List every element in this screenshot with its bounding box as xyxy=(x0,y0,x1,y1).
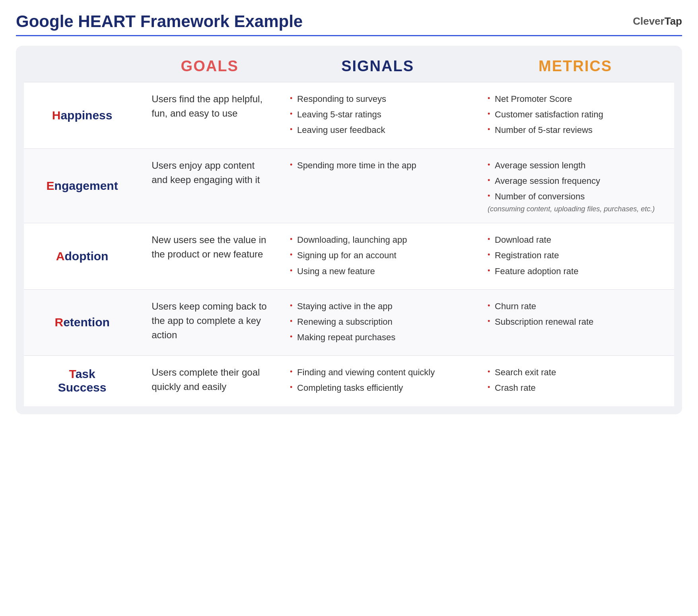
metric-item: Average session length xyxy=(488,158,663,172)
row-label-first-letter: H xyxy=(52,109,61,122)
goal-text: Users keep coming back to the app to com… xyxy=(152,299,268,342)
metric-item: Customer satisfaction rating xyxy=(488,107,663,121)
signals-list: Staying active in the appRenewing a subs… xyxy=(290,299,465,345)
metric-item: Crash rate xyxy=(488,381,663,395)
metrics-list: Churn rateSubscription renewal rate xyxy=(488,299,663,329)
row-label-cell: Engagement xyxy=(24,148,140,223)
row-goal-cell: Users complete their goal quickly and ea… xyxy=(140,355,279,406)
signal-item: Downloading, launching app xyxy=(290,233,465,247)
table-row: RetentionUsers keep coming back to the a… xyxy=(24,289,674,356)
row-signals-cell: Staying active in the appRenewing a subs… xyxy=(279,289,476,356)
signal-item: Finding and viewing content quickly xyxy=(290,365,465,379)
row-label-cell: Retention xyxy=(24,289,140,356)
metric-item: Churn rate xyxy=(488,299,663,313)
row-label-cell: TaskSuccess xyxy=(24,355,140,406)
page-title: Google HEART Framework Example xyxy=(16,12,303,31)
row-metrics-cell: Download rateRegistration rateFeature ad… xyxy=(476,223,674,289)
metric-item: Feature adoption rate xyxy=(488,264,663,278)
table-row: AdoptionNew users see the value in the p… xyxy=(24,223,674,289)
signal-item: Completing tasks efficiently xyxy=(290,381,465,395)
signal-item: Renewing a subscription xyxy=(290,315,465,329)
row-label-rest: ngagement xyxy=(54,179,118,192)
row-goal-cell: Users find the app helpful, fun, and eas… xyxy=(140,82,279,148)
table-row: TaskSuccessUsers complete their goal qui… xyxy=(24,355,674,406)
signals-list: Downloading, launching appSigning up for… xyxy=(290,233,465,278)
metric-item: Net Promoter Score xyxy=(488,92,663,106)
table-row: EngagementUsers enjoy app content and ke… xyxy=(24,148,674,223)
signals-list: Finding and viewing content quicklyCompl… xyxy=(290,365,465,395)
metric-item: Search exit rate xyxy=(488,365,663,379)
metric-item: Average session frequency xyxy=(488,174,663,188)
signal-item: Leaving user feedback xyxy=(290,123,465,137)
row-metrics-cell: Churn rateSubscription renewal rate xyxy=(476,289,674,356)
metric-item: Number of 5-star reviews xyxy=(488,123,663,137)
page-header: Google HEART Framework Example CleverTap xyxy=(16,12,682,36)
metrics-note: (consuming content, uploading files, pur… xyxy=(488,205,663,213)
signal-item: Staying active in the app xyxy=(290,299,465,313)
metric-item: Download rate xyxy=(488,233,663,247)
signal-item: Responding to surveys xyxy=(290,92,465,106)
row-goal-cell: Users enjoy app content and keep engagin… xyxy=(140,148,279,223)
row-metrics-cell: Average session lengthAverage session fr… xyxy=(476,148,674,223)
row-goal-cell: Users keep coming back to the app to com… xyxy=(140,289,279,356)
brand-bold: Tap xyxy=(665,15,682,27)
row-metrics-cell: Net Promoter ScoreCustomer satisfaction … xyxy=(476,82,674,148)
row-signals-cell: Spending more time in the app xyxy=(279,148,476,223)
goal-text: Users complete their goal quickly and ea… xyxy=(152,365,268,394)
goal-text: Users find the app helpful, fun, and eas… xyxy=(152,92,268,121)
row-label-cell: Happiness xyxy=(24,82,140,148)
signal-item: Spending more time in the app xyxy=(290,158,465,172)
row-label-first-letter: A xyxy=(56,250,65,263)
row-label-cell: Adoption xyxy=(24,223,140,289)
row-label-rest: etention xyxy=(63,316,110,329)
table-row: HappinessUsers find the app helpful, fun… xyxy=(24,82,674,148)
metrics-list: Download rateRegistration rateFeature ad… xyxy=(488,233,663,278)
row-label-rest: doption xyxy=(64,250,108,263)
row-metrics-cell: Search exit rateCrash rate xyxy=(476,355,674,406)
row-label-rest: appiness xyxy=(60,109,112,122)
signal-item: Using a new feature xyxy=(290,264,465,278)
col-signals-header: SIGNALS xyxy=(279,54,476,82)
metrics-list: Average session lengthAverage session fr… xyxy=(488,158,663,204)
col-metrics-header: METRICS xyxy=(476,54,674,82)
row-goal-cell: New users see the value in the product o… xyxy=(140,223,279,289)
signal-item: Leaving 5-star ratings xyxy=(290,107,465,121)
row-signals-cell: Responding to surveysLeaving 5-star rati… xyxy=(279,82,476,148)
goal-text: Users enjoy app content and keep engagin… xyxy=(152,158,268,187)
col-empty-header xyxy=(24,54,140,82)
row-label-first-letter: E xyxy=(47,179,54,192)
metric-item: Subscription renewal rate xyxy=(488,315,663,329)
signal-item: Signing up for an account xyxy=(290,248,465,262)
signals-list: Spending more time in the app xyxy=(290,158,465,172)
row-label-rest: askSuccess xyxy=(58,367,107,394)
brand-logo: CleverTap xyxy=(633,15,682,27)
signals-list: Responding to surveysLeaving 5-star rati… xyxy=(290,92,465,137)
framework-table: GOALS SIGNALS METRICS HappinessUsers fin… xyxy=(24,54,674,406)
col-goals-header: GOALS xyxy=(140,54,279,82)
row-label-first-letter: T xyxy=(69,367,76,380)
row-signals-cell: Downloading, launching appSigning up for… xyxy=(279,223,476,289)
metric-item: Number of conversions xyxy=(488,189,663,203)
brand-plain: Clever xyxy=(633,15,665,27)
metrics-list: Search exit rateCrash rate xyxy=(488,365,663,395)
signal-item: Making repeat purchases xyxy=(290,330,465,344)
metric-item: Registration rate xyxy=(488,248,663,262)
goal-text: New users see the value in the product o… xyxy=(152,233,268,261)
metrics-list: Net Promoter ScoreCustomer satisfaction … xyxy=(488,92,663,137)
row-label-first-letter: R xyxy=(54,316,63,329)
heart-framework-table: GOALS SIGNALS METRICS HappinessUsers fin… xyxy=(16,46,682,414)
row-signals-cell: Finding and viewing content quicklyCompl… xyxy=(279,355,476,406)
